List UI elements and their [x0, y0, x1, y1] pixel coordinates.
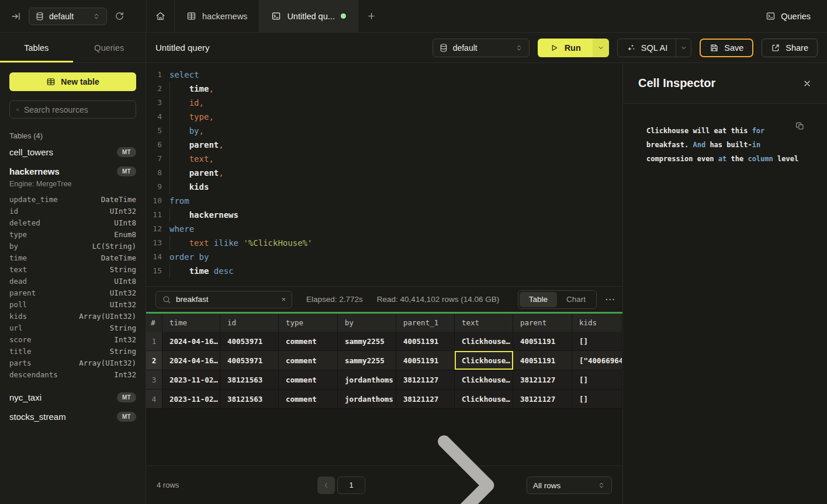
column-header-time[interactable]: time [162, 314, 220, 332]
table-cell[interactable]: [] [572, 370, 622, 389]
table-cell[interactable]: 2024-04-16… [162, 351, 220, 370]
column-header-by[interactable]: by [338, 314, 396, 332]
code-token: , [209, 154, 213, 164]
run-options-button[interactable] [593, 39, 609, 57]
table-cell[interactable]: 2023-11-02… [162, 370, 220, 389]
sql-ai-button[interactable]: SQL AI [618, 39, 676, 57]
home-icon [155, 11, 165, 21]
new-tab-button[interactable] [358, 0, 385, 32]
engine-badge: MT [117, 412, 136, 422]
table-cell[interactable]: sammy2255 [338, 351, 396, 370]
table-cell[interactable]: 40051191 [513, 351, 572, 370]
table-cell[interactable]: Clickhouse… [455, 332, 513, 350]
sidebar-search-input[interactable] [24, 105, 130, 114]
editor-line: 3id, [146, 96, 622, 110]
sidebar-tab-queries[interactable]: Queries [73, 33, 146, 62]
editor-line: 2time, [146, 82, 622, 96]
cell-value-token: column [748, 155, 773, 163]
clear-search-icon[interactable]: × [281, 295, 286, 304]
table-cell[interactable]: 38121563 [220, 370, 279, 389]
table-schema: update_timeDateTimeidUInt32deletedUInt8t… [9, 194, 136, 381]
engine-label: Engine: MergeTree [9, 180, 136, 188]
close-icon[interactable] [802, 79, 812, 88]
table-cell[interactable]: [] [572, 390, 622, 408]
column-header-kids[interactable]: kids [572, 314, 622, 332]
column-header-type[interactable]: type [279, 314, 338, 332]
table-cell[interactable]: comment [279, 390, 338, 408]
table-cell[interactable]: comment [279, 332, 338, 350]
editor-line: 9kids [146, 180, 622, 194]
tab-untitled-query[interactable]: Untitled qu... [259, 0, 358, 32]
queries-button[interactable]: Queries [766, 11, 811, 21]
column-header-parent_1[interactable]: parent_1 [396, 314, 455, 332]
sql-ai-options-button[interactable] [676, 39, 691, 57]
refresh-icon[interactable] [115, 11, 124, 21]
table-cell[interactable]: 40051191 [396, 351, 455, 370]
row-number-cell[interactable]: 2 [146, 351, 162, 370]
column-name: title [9, 346, 32, 357]
results-search-input[interactable] [176, 295, 276, 304]
table-cell[interactable]: jordanthoms [338, 370, 396, 389]
schema-column-row: urlString [9, 322, 136, 334]
row-number-cell[interactable]: 1 [146, 332, 162, 350]
database-selector-toolbar[interactable]: default [432, 39, 530, 57]
column-header-id[interactable]: id [220, 314, 279, 332]
table-cell[interactable]: 40051191 [513, 332, 572, 350]
table-cell[interactable]: 40051191 [396, 332, 455, 350]
table-cell[interactable]: 40053971 [220, 332, 279, 350]
table-item-nyc_taxi[interactable]: nyc_taxiMT [9, 388, 136, 407]
next-page-button[interactable] [375, 398, 550, 504]
table-cell[interactable]: sammy2255 [338, 332, 396, 350]
page-size-select[interactable]: All rows [527, 477, 612, 494]
schema-column-row: descendantsInt32 [9, 369, 136, 381]
table-cell[interactable]: Clickhouse… [455, 370, 513, 389]
sql-editor[interactable]: 1select2time,3id,4type,5by,6parent,7text… [146, 63, 622, 286]
view-toggle-chart[interactable]: Chart [557, 292, 595, 307]
view-toggle-table[interactable]: Table [520, 292, 557, 307]
row-number-cell[interactable]: 3 [146, 370, 162, 389]
table-item-cell_towers[interactable]: cell_towersMT [9, 142, 136, 162]
table-cell[interactable]: 38121127 [396, 370, 455, 389]
collapse-sidebar-icon[interactable] [11, 11, 21, 22]
play-icon [549, 43, 559, 53]
table-cell[interactable]: 38121127 [513, 370, 572, 389]
share-button[interactable]: Share [762, 39, 818, 57]
table-cell[interactable]: 38121563 [220, 390, 279, 408]
row-number-cell[interactable]: 4 [146, 390, 162, 408]
new-table-button[interactable]: New table [9, 72, 136, 91]
column-type: Array(UInt32) [79, 357, 136, 369]
copy-icon[interactable] [795, 121, 805, 131]
run-button[interactable]: Run [538, 39, 593, 57]
line-number: 6 [146, 138, 162, 152]
more-options-icon[interactable]: ⋯ [605, 293, 615, 305]
database-selector-top[interactable]: default [29, 8, 107, 25]
table-cell[interactable]: comment [279, 351, 338, 370]
query-toolbar: Untitled query default Run SQL AI [146, 33, 827, 63]
table-cell[interactable]: 2024-04-16… [162, 332, 220, 350]
table-item-hackernews[interactable]: hackernewsMT [9, 162, 136, 181]
code-token: parent [189, 140, 219, 150]
column-header-text[interactable]: text [455, 314, 513, 332]
code-token: order by [169, 252, 209, 262]
tab-hackernews[interactable]: hackernews [175, 0, 259, 32]
table-cell[interactable]: 40053971 [220, 351, 279, 370]
sidebar-tab-tables[interactable]: Tables [0, 33, 73, 62]
table-cell[interactable]: Clickhouse… [455, 351, 513, 370]
prev-page-button[interactable] [317, 477, 335, 494]
table-item-stocks_stream[interactable]: stocks_streamMT [9, 407, 136, 426]
tab-home[interactable] [147, 0, 175, 32]
column-type: String [110, 346, 136, 357]
table-icon [46, 77, 56, 86]
table-cell[interactable]: 2023-11-02… [162, 390, 220, 408]
table-cell[interactable]: comment [279, 370, 338, 389]
table-cell[interactable]: ["40066964… [572, 351, 622, 370]
column-header-row-number[interactable]: # [146, 314, 162, 332]
column-header-parent[interactable]: parent [513, 314, 572, 332]
save-button[interactable]: Save [700, 39, 753, 57]
line-code: where [169, 222, 194, 236]
database-selector-top-value: default [49, 12, 88, 21]
page-number-input[interactable] [338, 477, 365, 493]
table-cell[interactable]: [] [572, 332, 622, 350]
editor-line: 5by, [146, 124, 622, 138]
column-type: UInt8 [114, 276, 136, 287]
